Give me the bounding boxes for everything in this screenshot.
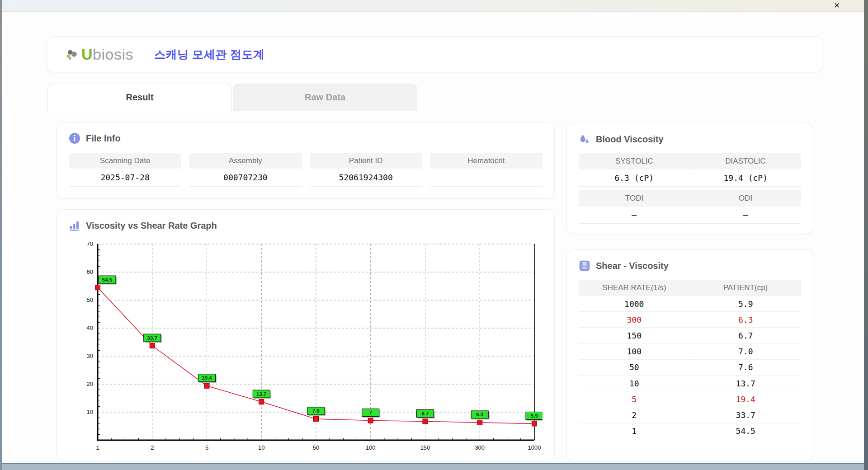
hexagon-cluster-logo-icon [66,48,78,60]
svg-text:300: 300 [475,444,485,451]
svg-text:10: 10 [258,444,264,451]
field-label: Patient ID [310,153,422,169]
shear-viscosity-card: Shear - Viscosity SHEAR RATE(1/s) PATIEN… [566,249,813,461]
brand-name: Ubiosis [81,46,133,63]
table-row: 233.7 [579,407,801,423]
shear-rate-cell: 300 [579,312,690,327]
file-info-fields: Scanning Date 2025-07-28Assembly 0007072… [69,153,542,187]
field-label: Assembly [189,153,302,169]
tab-bar: Result Raw Data [47,84,417,111]
svg-text:10: 10 [87,409,93,415]
file-info-title: File Info [69,132,542,144]
file-info-card: File Info Scanning Date 2025-07-28Assemb… [57,122,555,199]
file-info-field: Assembly 000707230 [189,153,302,187]
shear-rate-cell: 150 [579,328,690,343]
shear-viscosity-table: SHEAR RATE(1/s) PATIENT(cp) 10005.93006.… [579,280,801,439]
blood-viscosity-grid: SYSTOLICDIASTOLIC6.3 (cP)19.4 (cP)TODIOD… [579,153,801,224]
graph-title: Viscosity vs Shear Rate Graph [69,220,542,231]
svg-text:7: 7 [369,410,372,415]
patient-viscosity-cell: 13.7 [690,376,802,391]
svg-text:150: 150 [420,444,430,451]
calculator-icon [579,260,590,272]
bv-value: – [690,207,802,223]
ubiosis-logo: Ubiosis [66,46,133,63]
patient-viscosity-cell: 5.9 [690,296,802,311]
chart-area: 102030405060701251050100150300100054.533… [69,238,542,458]
svg-text:50: 50 [87,296,93,303]
tab-raw-data[interactable]: Raw Data [233,84,417,111]
bv-label: ODI [690,190,801,207]
bv-value: 19.4 (cP) [690,169,802,186]
field-label: Hematocrit [430,153,542,169]
window-bottom-edge [0,463,868,470]
file-info-field: Hematocrit [430,153,542,187]
shear-rate-cell: 10 [579,376,690,391]
patient-viscosity-cell: 7.6 [690,360,802,375]
patient-viscosity-cell: 54.5 [690,423,802,439]
table-row: 519.4 [579,391,801,407]
file-info-field: Scanning Date 2025-07-28 [69,153,181,187]
svg-text:33.7: 33.7 [147,335,157,341]
info-icon [69,132,80,144]
table-row: 10005.9 [579,296,801,312]
svg-text:20: 20 [87,381,93,387]
close-icon[interactable]: ✕ [832,1,842,10]
shear-rate-column-header: SHEAR RATE(1/s) [579,280,690,296]
svg-text:5.9: 5.9 [531,413,538,418]
patient-viscosity-cell: 33.7 [690,407,802,423]
app-header: Ubiosis 스캐닝 모세관 점도계 [47,36,823,72]
bv-value-row: –– [579,207,801,224]
viscosity-graph-card: Viscosity vs Shear Rate Graph 1020304050… [57,209,555,461]
svg-text:50: 50 [313,444,319,451]
svg-text:6.3: 6.3 [476,412,483,417]
svg-text:70: 70 [87,240,93,247]
blood-viscosity-card: Blood Viscosity SYSTOLICDIASTOLIC6.3 (cP… [566,123,813,234]
table-row: 154.5 [579,423,801,439]
patient-viscosity-cell: 6.3 [690,312,802,327]
table-row: 1007.0 [579,344,801,360]
bar-chart-icon [69,220,80,231]
bv-value: – [579,207,690,223]
tab-result[interactable]: Result [47,84,232,111]
bv-header-row: TODIODI [579,190,801,207]
bv-label: DIASTOLIC [690,153,801,169]
svg-text:60: 60 [87,268,93,275]
bv-label: TODI [579,190,690,207]
svg-text:100: 100 [366,444,376,451]
patient-column-header: PATIENT(cp) [690,280,801,296]
droplets-icon [579,133,590,145]
bv-header-row: SYSTOLICDIASTOLIC [579,153,801,169]
shear-table-header: SHEAR RATE(1/s) PATIENT(cp) [579,280,801,296]
svg-text:19.4: 19.4 [202,375,212,381]
shear-rate-cell: 5 [579,391,690,407]
field-value: 2025-07-28 [69,169,181,187]
table-row: 1013.7 [579,376,801,391]
bv-label: SYSTOLIC [579,153,690,169]
svg-text:7.6: 7.6 [312,408,320,414]
svg-text:5: 5 [205,444,208,451]
table-row: 3006.3 [579,312,801,328]
svg-text:6.7: 6.7 [422,411,429,416]
shear-rate-cell: 2 [579,407,690,423]
svg-text:2: 2 [151,444,154,451]
svg-text:1: 1 [96,444,99,451]
svg-text:40: 40 [87,324,93,331]
svg-text:30: 30 [87,352,93,359]
shear-rate-cell: 1 [579,423,690,439]
window-left-edge [0,0,2,470]
viscosity-chart: 102030405060701251050100150300100054.533… [69,238,542,456]
patient-viscosity-cell: 7.0 [690,344,802,359]
patient-viscosity-cell: 6.7 [690,328,802,343]
shear-rate-cell: 50 [579,360,690,375]
blood-viscosity-title: Blood Viscosity [579,133,801,145]
field-value [430,169,542,187]
field-label: Scanning Date [69,153,181,169]
app-title-korean: 스캐닝 모세관 점도계 [154,47,264,62]
window-right-edge [864,0,868,470]
shear-viscosity-title: Shear - Viscosity [579,260,801,272]
bv-value-row: 6.3 (cP)19.4 (cP) [579,169,801,187]
shear-rate-cell: 100 [579,344,690,359]
table-row: 1506.7 [579,328,801,343]
bv-value: 6.3 (cP) [579,169,690,186]
shear-table-body: 10005.93006.31506.71007.0507.61013.7519.… [579,296,801,439]
